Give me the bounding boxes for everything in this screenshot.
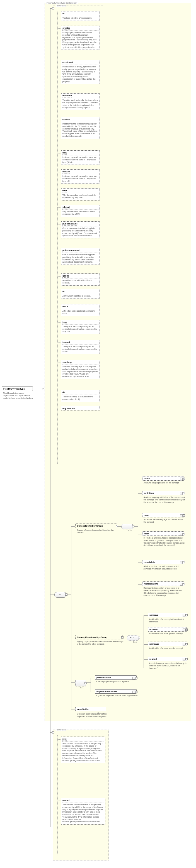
expand-broader[interactable] [186, 628, 188, 631]
crg-desc: A group of properties required to indica… [75, 641, 125, 647]
attr-xmllang-name: xml:lang [62, 361, 72, 364]
attr-uri-name: uri [62, 290, 65, 293]
el-related: related [148, 657, 187, 661]
attr-custom-desc: If set to true the corresponding propert… [61, 123, 100, 139]
attr-xmllang-desc: Specifies the language of this property … [61, 366, 100, 379]
sequence-crg [127, 635, 139, 641]
concept-relationships-group: ConceptRelationshipsGroup [75, 635, 123, 639]
attr-howuri-desc: Indicates by which means the value was e… [61, 175, 100, 184]
orgdetails-desc: A group of properties specific to an org… [95, 694, 139, 698]
attr-literal-name: literal [62, 305, 68, 308]
anyother-desc: Extension point for provider-defined pro… [75, 713, 117, 719]
attr2-roleuri: roleuri A refinement of the semantics of… [61, 798, 105, 825]
el-remoteinfo-title: remoteInfo [142, 560, 184, 564]
expand-definition[interactable] [183, 492, 185, 494]
diagram-canvas: Flex1PartyPropType Flexible party (perso… [0, 0, 196, 868]
element-icon [183, 628, 186, 631]
expand-note[interactable] [183, 514, 185, 517]
attr-literal-desc: A free-text value assigned as property v… [61, 310, 100, 316]
attr-why-name: why [62, 189, 67, 192]
el-facet-desc: In NAR 1.8 and later, facet is deprecate… [142, 537, 187, 548]
expand-hierarchyinfo[interactable] [183, 583, 185, 585]
expand-orgdetails[interactable] [135, 691, 137, 693]
attr-uri-desc: A URI which identifies a concept. [61, 295, 100, 299]
attr-whyuri-name: whyuri [62, 206, 70, 209]
attr-xmllang: xml:lang Specifies the language of this … [61, 360, 100, 379]
expand-crg[interactable] [121, 636, 123, 639]
element-icon [180, 514, 183, 517]
attr-qcode-name: qcode [62, 275, 69, 278]
attributes-label: attributes [56, 4, 66, 7]
attr-type-desc: The type of the concept assigned as cont… [61, 326, 100, 334]
el-narrower-desc: An identifier of a more specific concept… [148, 647, 190, 651]
el-broader-title: broader [148, 627, 187, 631]
concept-definition-group: ConceptDefinitionGroup [75, 524, 117, 528]
attr-howuri-name: howuri [62, 170, 70, 174]
el-hierarchyinfo-title: hierarchyInfo [142, 582, 184, 586]
expand-remoteinfo[interactable] [183, 561, 185, 563]
attr-creatoruri-desc: If the attribute is empty, specifies whi… [61, 66, 100, 84]
attr-pubconstrainturi-desc: One or many constraints that apply to pu… [61, 254, 100, 265]
attr-dir-desc: The directionality of textual content (e… [61, 396, 100, 402]
crg-name: ConceptRelationshipsGroup [76, 635, 122, 639]
root-desc: Flexible party (person or organisation) … [2, 392, 36, 400]
attr-dir: dir The directionality of textual conten… [61, 390, 100, 402]
attr-id-desc: The local identifier of the property. [61, 17, 100, 21]
el-name: name [142, 476, 184, 480]
attr-any-other: any ##other [61, 406, 100, 410]
collapse-extension[interactable] [42, 388, 44, 390]
attr-how-name: how [62, 152, 67, 155]
el-definition-title: definition [142, 491, 184, 495]
attr-pubconstrainturi-name: pubconstrainturi [62, 249, 80, 252]
attr-whyuri: whyuri Why the metadata has been include… [61, 205, 100, 217]
expand-related[interactable] [186, 658, 188, 660]
collapse-attributes[interactable] [52, 7, 54, 9]
cdg-name: ConceptDefinitionGroup [76, 524, 117, 528]
expand-sameas[interactable] [186, 614, 188, 616]
element-icon [180, 561, 183, 564]
expand-narrower[interactable] [186, 643, 188, 645]
cdg-card: 0..∞ [128, 530, 132, 532]
attr2-roleuri-name: roleuri [62, 799, 69, 802]
persondetails-desc: A set of properties specific to a person [95, 681, 139, 684]
element-icon [180, 533, 183, 535]
expand-facet[interactable] [183, 533, 185, 535]
el-note: note [142, 513, 184, 518]
attr-qcode-desc: A qualified code which identifies a conc… [61, 279, 100, 285]
el-narrower: narrower [148, 642, 187, 646]
attributes2-label: attributes [56, 728, 66, 731]
expand-name[interactable] [183, 477, 185, 480]
el-broader-desc: An identifier of a more generic concept. [148, 633, 190, 636]
el-related-desc: A related concept, where the relationshi… [148, 662, 190, 671]
el-note-title: note [142, 513, 184, 517]
root-node: Flex1PartyPropType [2, 386, 33, 391]
el-related-title: related [148, 657, 187, 661]
attr-id-name: id [62, 12, 64, 15]
attr-literal: literal A free-text value assigned as pr… [61, 304, 100, 316]
attr-howuri: howuri Indicates by which means the valu… [61, 169, 100, 184]
attr-how: how Indicates by which means the value w… [61, 150, 100, 165]
attr-typeuri: typeuri The type of the concept assigned… [61, 340, 100, 354]
attr-pubconstraint-name: pubconstraint [62, 222, 77, 225]
attr-custom-name: custom [62, 118, 70, 121]
expand-persondetails[interactable] [135, 677, 137, 679]
el-any-other: any ##other [75, 707, 106, 711]
el-facet-title: facet [142, 532, 184, 535]
el-sameas-desc: An identifier of a concept with equivale… [148, 618, 190, 624]
element-icon [180, 477, 183, 480]
expand-cdg[interactable] [116, 525, 118, 527]
collapse-attributes2[interactable] [52, 731, 54, 734]
attr-dir-name: dir [62, 391, 65, 394]
attr-creatoruri: creatoruri If the attribute is empty, sp… [61, 60, 100, 84]
element-icon [180, 492, 183, 495]
el-note-desc: Additional natural language information … [142, 519, 187, 525]
attr-creator-name: creator [62, 27, 70, 30]
attr-typeuri-name: typeuri [62, 341, 70, 344]
attr-uri: uri A URI which identifies a concept. [61, 289, 100, 299]
element-icon [133, 691, 135, 693]
attr-pubconstraint-desc: One or many constraints that apply to pu… [61, 227, 100, 238]
attr-type: type The type of the concept assigned as… [61, 320, 100, 334]
el-definition: definition [142, 491, 184, 495]
el-organisationdetails: organisationDetails [95, 689, 137, 694]
crg-card: 0..∞ [133, 641, 137, 643]
